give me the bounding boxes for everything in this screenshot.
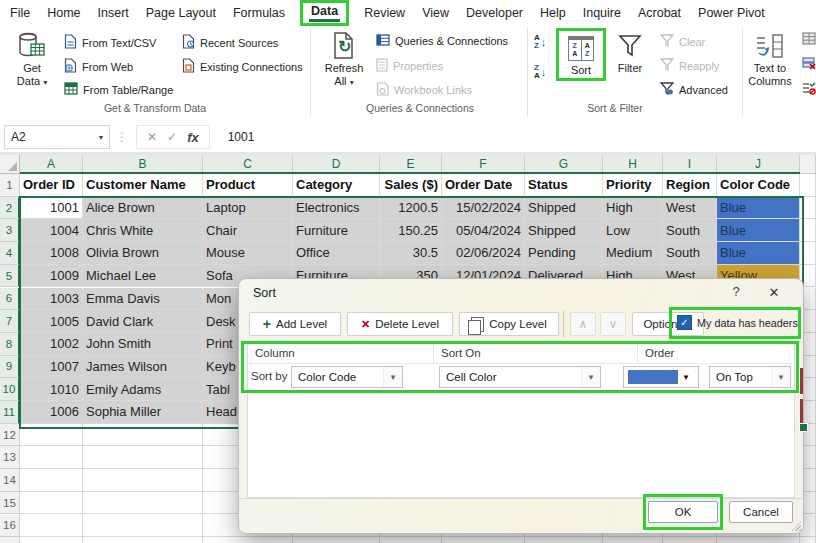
sort-ascending-button[interactable]: AZ↓ — [534, 34, 546, 50]
cell[interactable]: 1006 — [20, 401, 83, 424]
tab-help[interactable]: Help — [538, 3, 568, 23]
row-header-14[interactable]: 14 — [0, 469, 20, 492]
cell[interactable] — [717, 537, 800, 543]
column-header-A[interactable]: A — [20, 155, 83, 174]
cell[interactable] — [293, 537, 380, 543]
tab-view[interactable]: View — [420, 3, 451, 23]
cell[interactable] — [800, 537, 816, 543]
row-header-3[interactable]: 3 — [0, 219, 20, 242]
advanced-filter-button[interactable]: Advanced — [660, 82, 728, 97]
my-data-has-headers-checkbox[interactable]: ✓ My data has headers — [677, 315, 798, 330]
column-header-D[interactable]: D — [293, 155, 380, 174]
row-header-5[interactable]: 5 — [0, 265, 20, 288]
row-header-17[interactable]: 17 — [0, 537, 20, 543]
from-text-csv-button[interactable]: From Text/CSV — [64, 34, 156, 51]
row-header-12[interactable]: 12 — [0, 424, 20, 447]
cell[interactable] — [603, 537, 663, 543]
cell[interactable]: Shipped — [525, 197, 603, 220]
column-header-G[interactable]: G — [525, 155, 603, 174]
cell[interactable]: 1010 — [20, 378, 83, 401]
close-icon[interactable]: ✕ — [761, 283, 787, 303]
from-web-button[interactable]: From Web — [64, 58, 133, 75]
tab-home[interactable]: Home — [45, 3, 82, 23]
cell[interactable]: Olivia Brown — [83, 242, 203, 265]
cell[interactable]: Emily Adams — [83, 378, 203, 401]
column-header-J[interactable]: J — [717, 155, 800, 174]
filter-button[interactable]: Filter — [608, 30, 652, 75]
tab-formulas[interactable]: Formulas — [231, 3, 287, 23]
add-level-button[interactable]: + Add Level — [249, 312, 341, 336]
cell[interactable]: Sophia Miller — [83, 401, 203, 424]
cell[interactable]: Blue — [717, 197, 800, 220]
row-header-8[interactable]: 8 — [0, 333, 20, 356]
cell[interactable]: 1009 — [20, 265, 83, 288]
data-validation-button[interactable] — [802, 82, 816, 97]
cell[interactable] — [525, 537, 603, 543]
cell[interactable] — [20, 515, 83, 538]
refresh-all-button[interactable]: ↻ Refresh All ▾ — [318, 30, 370, 87]
cell[interactable]: Michael Lee — [83, 265, 203, 288]
row-header-16[interactable]: 16 — [0, 515, 20, 538]
existing-connections-button[interactable]: Existing Connections — [182, 58, 303, 75]
cancel-entry-icon[interactable]: ✕ — [147, 130, 157, 144]
row-header-1[interactable]: 1 — [0, 174, 20, 197]
cell[interactable] — [442, 537, 525, 543]
row-header-6[interactable]: 6 — [0, 288, 20, 311]
tab-data[interactable]: Data — [300, 0, 349, 26]
tab-review[interactable]: Review — [362, 3, 407, 23]
cell[interactable] — [20, 469, 83, 492]
cell-header[interactable]: Status — [525, 174, 603, 197]
cell[interactable]: Chris White — [83, 219, 203, 242]
cell[interactable] — [20, 492, 83, 515]
workbook-links-button[interactable]: Workbook Links — [376, 82, 472, 98]
cell-header[interactable]: Priority — [603, 174, 663, 197]
cell[interactable] — [83, 469, 203, 492]
cell[interactable]: Pending — [525, 242, 603, 265]
cell-header[interactable]: Customer Name — [83, 174, 203, 197]
column-header-E[interactable]: E — [380, 155, 442, 174]
tab-inquire[interactable]: Inquire — [581, 3, 623, 23]
cell[interactable] — [20, 446, 83, 469]
cell[interactable]: Medium — [603, 242, 663, 265]
delete-level-button[interactable]: ✕ Delete Level — [347, 312, 453, 336]
cell-header[interactable]: Order ID — [20, 174, 83, 197]
tab-developer[interactable]: Developer — [464, 3, 525, 23]
sort-button[interactable]: ZAAZ Sort — [556, 28, 606, 81]
cell[interactable]: High — [603, 197, 663, 220]
properties-button[interactable]: Properties — [376, 58, 443, 74]
tab-power-pivot[interactable]: Power Pivot — [696, 3, 767, 23]
cell[interactable]: 1002 — [20, 333, 83, 356]
cell[interactable] — [20, 424, 83, 447]
column-header[interactable] — [800, 155, 816, 174]
cell[interactable]: Chair — [203, 219, 293, 242]
copy-level-button[interactable]: Copy Level — [459, 312, 559, 336]
cell[interactable] — [83, 537, 203, 543]
cell[interactable]: Shipped — [525, 219, 603, 242]
cell-header[interactable]: Sales ($) — [380, 174, 442, 197]
reapply-filter-button[interactable]: Reapply — [660, 58, 719, 73]
get-data-button[interactable]: Get Data ▾ — [8, 30, 56, 87]
cell[interactable]: Alice Brown — [83, 197, 203, 220]
cell[interactable]: 1005 — [20, 310, 83, 333]
formula-bar-splitter[interactable]: ⋮ — [116, 130, 128, 144]
cell-header[interactable]: Category — [293, 174, 380, 197]
cell[interactable]: 1200.5 — [380, 197, 442, 220]
cell[interactable]: South — [663, 242, 717, 265]
cell[interactable] — [380, 537, 442, 543]
column-header-F[interactable]: F — [442, 155, 525, 174]
sort-on-dropdown[interactable]: Cell Color ▾ — [439, 366, 601, 388]
help-icon[interactable]: ? — [725, 284, 747, 299]
cell[interactable]: 05/04/2024 — [442, 219, 525, 242]
row-header-13[interactable]: 13 — [0, 446, 20, 469]
cell[interactable]: Emma Davis — [83, 288, 203, 311]
recent-sources-button[interactable]: Recent Sources — [182, 34, 278, 51]
name-box[interactable]: A2 ▾ — [4, 125, 110, 149]
confirm-entry-icon[interactable]: ✓ — [167, 130, 177, 144]
cell[interactable]: Furniture — [293, 219, 380, 242]
color-swatch-dropdown[interactable]: ▼ — [623, 366, 699, 388]
cell-header[interactable]: Color Code — [717, 174, 800, 197]
text-to-columns-button[interactable]: Text to Columns — [744, 30, 796, 87]
cell[interactable] — [800, 242, 816, 265]
row-header-9[interactable]: 9 — [0, 356, 20, 379]
cell[interactable]: South — [663, 219, 717, 242]
